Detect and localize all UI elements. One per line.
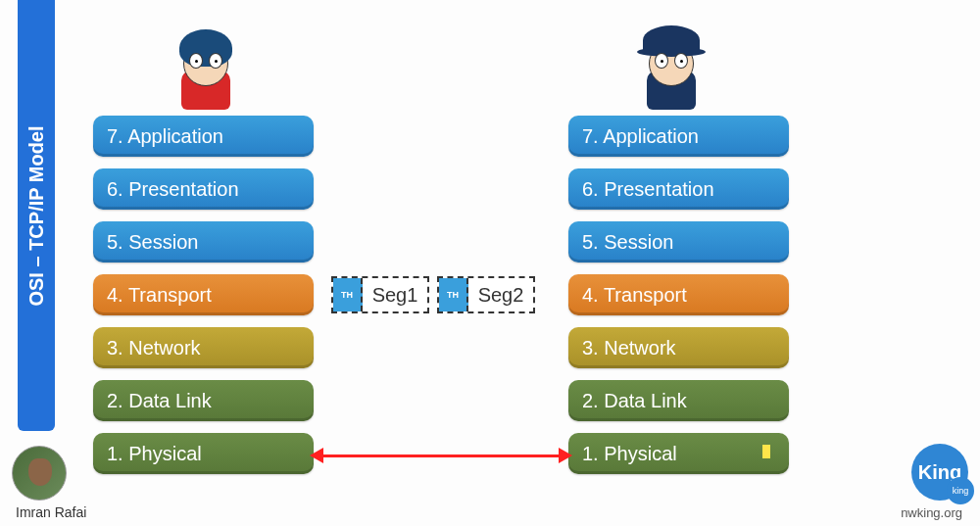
layer-physical: 1. Physical	[568, 433, 789, 474]
cursor-icon	[762, 445, 770, 458]
segment-payload-label: Seg1	[363, 278, 427, 311]
layer-transport: 4. Transport	[93, 274, 314, 315]
layer-physical: 1. Physical	[93, 433, 314, 474]
sidebar-title: OSI – TCP/IP Model	[25, 125, 48, 306]
layer-presentation: 6. Presentation	[568, 168, 789, 210]
brand-sublogo-icon: king	[947, 477, 974, 504]
character-sender-icon	[172, 22, 240, 110]
osi-stack-left: 7. Application 6. Presentation 5. Sessio…	[93, 116, 314, 486]
layer-network: 3. Network	[568, 327, 789, 368]
segment-payload-label: Seg2	[468, 278, 533, 311]
character-receiver-icon	[637, 22, 706, 110]
layer-application: 7. Application	[93, 116, 314, 157]
layer-datalink: 2. Data Link	[568, 380, 789, 421]
segment-header-label: TH	[439, 278, 468, 311]
transport-segments: TH Seg1 TH Seg2	[331, 276, 535, 313]
layer-application: 7. Application	[568, 116, 789, 157]
layer-presentation: 6. Presentation	[93, 168, 314, 210]
author-avatar-icon	[12, 446, 67, 501]
layer-transport: 4. Transport	[568, 274, 789, 315]
physical-link-arrow-icon	[321, 454, 561, 457]
brand-site-url: nwking.org	[901, 505, 962, 520]
layer-network: 3. Network	[93, 327, 314, 368]
author-name: Imran Rafai	[16, 504, 86, 520]
segment-1: TH Seg1	[331, 276, 429, 313]
sidebar-title-bar: OSI – TCP/IP Model	[18, 0, 55, 431]
layer-session: 5. Session	[93, 221, 314, 263]
segment-header-label: TH	[333, 278, 363, 311]
layer-datalink: 2. Data Link	[93, 380, 314, 421]
segment-2: TH Seg2	[437, 276, 535, 313]
osi-stack-right: 7. Application 6. Presentation 5. Sessio…	[568, 116, 789, 486]
layer-session: 5. Session	[568, 221, 789, 263]
